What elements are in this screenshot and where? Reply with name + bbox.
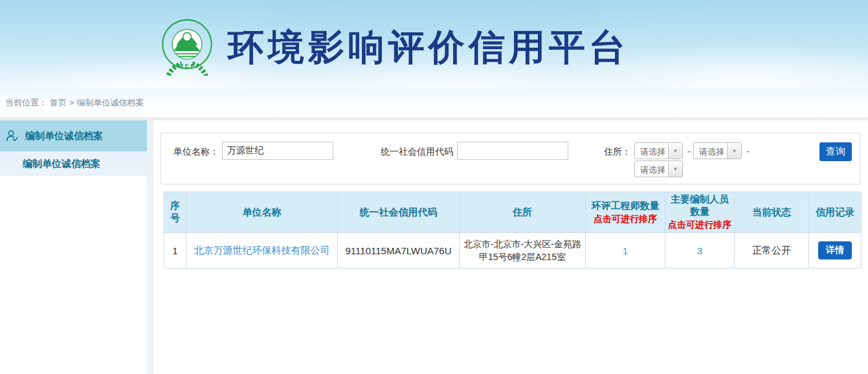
- col-engineer-count-sortable[interactable]: 环评工程师数量 点击可进行排序: [586, 192, 665, 233]
- table-row: 1 北京万源世纪环保科技有限公司 91110115MA7LWUA76U 北京市-…: [164, 233, 862, 269]
- cell-seq: 1: [164, 233, 186, 269]
- company-link[interactable]: 北京万源世纪环保科技有限公司: [194, 245, 330, 256]
- sidebar-content-divider: [147, 120, 153, 374]
- staff-count-header: 主要编制人员数量: [671, 193, 729, 217]
- col-status: 当前状态: [735, 192, 809, 233]
- district-select-value: 请选择: [635, 161, 668, 177]
- address-dash-1: -: [687, 146, 691, 157]
- sidebar-subitem-label: 编制单位诚信档案: [23, 158, 100, 170]
- staff-sort-hint[interactable]: 点击可进行排序: [667, 219, 733, 231]
- table-header-row: 序号 单位名称 统一社会信用代码 住所 环评工程师数量 点击可进行排序 主要编制…: [164, 192, 862, 233]
- cell-address: 北京市-北京市-大兴区-金苑路甲15号6幢2层A215室: [460, 233, 586, 269]
- logo-text: MEE: [179, 63, 196, 69]
- page: MEE 环境影响评价信用平台 当前位置：首页>编制单位诚信档案 编制单位诚信档案…: [0, 0, 868, 374]
- province-select-value: 请选择: [635, 143, 668, 159]
- address-province-select[interactable]: 请选择 ▼: [634, 142, 683, 159]
- breadcrumb-bar: 当前位置：首页>编制单位诚信档案: [0, 89, 868, 117]
- sidebar-item-archive-active[interactable]: 编制单位诚信档案: [0, 120, 147, 151]
- col-address: 住所: [460, 192, 586, 233]
- staff-count-link[interactable]: 3: [697, 245, 702, 256]
- user-check-icon: [5, 129, 19, 143]
- engineer-count-link[interactable]: 1: [623, 245, 628, 256]
- credit-code-label: 统一社会信用代码：: [381, 146, 462, 158]
- address-dash-2: -: [746, 146, 750, 157]
- address-district-select[interactable]: 请选择 ▼: [634, 160, 683, 177]
- site-header: MEE 环境影响评价信用平台: [0, 0, 868, 89]
- chevron-down-icon[interactable]: ▼: [668, 143, 682, 159]
- query-button[interactable]: 查询: [819, 142, 852, 161]
- sidebar: 编制单位诚信档案 编制单位诚信档案: [0, 120, 147, 374]
- engineer-count-header: 环评工程师数量: [592, 200, 660, 211]
- col-seq: 序号: [164, 192, 186, 233]
- col-company: 单位名称: [186, 192, 338, 233]
- results-table: 序号 单位名称 统一社会信用代码 住所 环评工程师数量 点击可进行排序 主要编制…: [164, 192, 862, 269]
- sidebar-item-label: 编制单位诚信档案: [25, 130, 103, 142]
- city-select-value: 请选择: [694, 143, 727, 159]
- chevron-down-icon[interactable]: ▼: [668, 161, 682, 177]
- address-label: 住所：: [604, 146, 631, 158]
- col-staff-count-sortable[interactable]: 主要编制人员数量 点击可进行排序: [665, 192, 735, 233]
- mee-logo-icon: MEE: [161, 15, 214, 76]
- col-credit-code: 统一社会信用代码: [338, 192, 460, 233]
- detail-button[interactable]: 详情: [818, 241, 852, 259]
- chevron-down-icon[interactable]: ▼: [727, 143, 741, 159]
- col-credit-record: 信用记录: [809, 192, 862, 233]
- breadcrumb: 当前位置：首页>编制单位诚信档案: [5, 97, 147, 109]
- sidebar-subitem-archive[interactable]: 编制单位诚信档案: [0, 151, 147, 176]
- site-title: 环境影响评价信用平台: [228, 23, 629, 72]
- cell-credit-code: 91110115MA7LWUA76U: [338, 233, 460, 269]
- address-city-select[interactable]: 请选择 ▼: [693, 142, 742, 159]
- unit-name-label: 单位名称：: [173, 146, 219, 158]
- breadcrumb-prefix: 当前位置：: [5, 98, 47, 107]
- unit-name-input[interactable]: [222, 142, 333, 160]
- engineer-sort-hint[interactable]: 点击可进行排序: [587, 214, 663, 225]
- cell-status: 正常公开: [735, 233, 809, 269]
- credit-code-input[interactable]: [457, 142, 568, 160]
- breadcrumb-home-link[interactable]: 首页: [50, 98, 67, 107]
- breadcrumb-separator: >: [69, 98, 74, 107]
- breadcrumb-current: 编制单位诚信档案: [77, 98, 144, 107]
